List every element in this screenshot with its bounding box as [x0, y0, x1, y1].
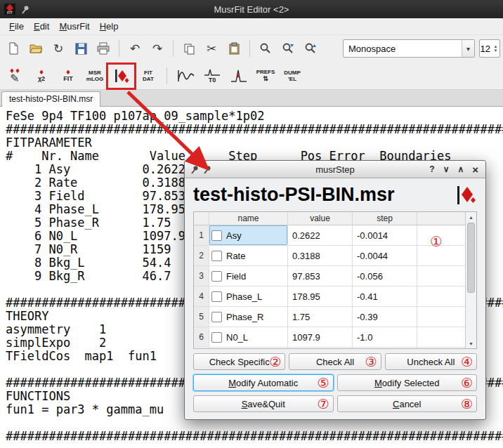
- scroll-up-icon[interactable]: ▲: [466, 212, 476, 222]
- font-size-spinbox[interactable]: 12 ▲▼: [479, 39, 500, 58]
- cut-icon: ✂: [207, 43, 216, 55]
- row-number-cell[interactable]: 6: [194, 327, 209, 347]
- modify-selected-button[interactable]: Modify Selected ⑥: [337, 374, 478, 391]
- row-number-cell[interactable]: 4: [194, 286, 209, 306]
- toolbar-separator: [173, 40, 174, 57]
- checkbox[interactable]: [211, 312, 222, 322]
- table-row[interactable]: 6N0_L1097.9-1.0: [194, 327, 465, 348]
- help-button[interactable]: ?: [429, 165, 434, 173]
- find-prev-icon: [304, 42, 317, 55]
- close-icon[interactable]: ×: [472, 164, 478, 175]
- open-folder-icon: [29, 41, 43, 55]
- annotation-circle-3: ③: [365, 355, 377, 369]
- search-button[interactable]: [255, 38, 276, 59]
- param-value-cell[interactable]: 0.3188: [288, 246, 353, 265]
- table-row[interactable]: 3Field97.853-0.056: [194, 266, 465, 286]
- param-name-cell[interactable]: Field: [209, 266, 288, 286]
- checkbox[interactable]: [211, 332, 222, 343]
- param-name-cell[interactable]: N0_L: [209, 327, 288, 347]
- param-value-cell[interactable]: 0.2622: [288, 225, 353, 245]
- spin-down-icon[interactable]: ▼: [494, 48, 498, 53]
- window-titlebar[interactable]: FIT MusrFit Editor <2>: [0, 0, 503, 18]
- check-specific-button[interactable]: Check Specific ②: [193, 353, 285, 370]
- uncheck-all-button[interactable]: Uncheck All ④: [385, 353, 477, 370]
- param-step-cell[interactable]: -0.39: [353, 307, 417, 327]
- checkbox[interactable]: [211, 291, 222, 302]
- tab-msr-file[interactable]: test-histo-PSI-BIN.msr: [1, 91, 100, 107]
- reload-button[interactable]: ↻: [48, 38, 69, 59]
- undo-button[interactable]: ↶: [124, 38, 145, 59]
- header-value[interactable]: value: [288, 212, 353, 225]
- dialog-titlebar[interactable]: musrStep ? ∨ ∧ ×: [185, 161, 485, 178]
- table-row[interactable]: 1Asy0.2622-0.0014: [194, 225, 465, 246]
- save-button[interactable]: [70, 38, 91, 59]
- menu-help[interactable]: Help: [95, 19, 124, 34]
- fit-button[interactable]: ♦ FIT: [56, 63, 80, 88]
- prefs-button[interactable]: PREFS ⇅: [254, 63, 277, 88]
- musrt0-button[interactable]: T0: [200, 63, 224, 88]
- msr2data-button[interactable]: FIT DAT: [136, 63, 160, 88]
- row-number-cell[interactable]: 1: [194, 225, 209, 245]
- modify-automatic-button[interactable]: Modify Automatic ⑤: [193, 374, 334, 391]
- save-icon: [74, 42, 88, 55]
- param-name-cell[interactable]: Rate: [209, 246, 288, 265]
- param-value-cell[interactable]: 178.95: [288, 286, 353, 306]
- pin-icon[interactable]: [202, 165, 211, 174]
- pin-icon[interactable]: [20, 5, 30, 14]
- spin-arrows[interactable]: ▲▼: [492, 44, 499, 53]
- new-file-button[interactable]: [3, 38, 24, 59]
- header-step[interactable]: step: [353, 212, 417, 225]
- check-all-button[interactable]: Check All ③: [289, 353, 381, 370]
- musrview-t0-button[interactable]: [227, 63, 251, 88]
- table-scrollbar[interactable]: ▲ ▼: [465, 212, 476, 348]
- param-name-cell[interactable]: Phase_L: [209, 286, 288, 306]
- musrstep-button[interactable]: [110, 63, 133, 88]
- table-row[interactable]: 4Phase_L178.95-0.41: [194, 286, 465, 307]
- header-name[interactable]: name: [209, 212, 288, 225]
- paste-button[interactable]: [223, 38, 244, 59]
- row-number-cell[interactable]: 2: [194, 246, 209, 265]
- row-number-cell[interactable]: 3: [194, 266, 209, 286]
- checkbox[interactable]: [211, 251, 222, 261]
- table-row[interactable]: 2Rate0.3188-0.0044: [194, 246, 465, 266]
- musrview-button[interactable]: [174, 63, 197, 88]
- param-value-cell[interactable]: 1.75: [288, 307, 353, 327]
- msr-editor-button[interactable]: ♦♦ ✎: [3, 63, 27, 88]
- cut-button[interactable]: ✂: [201, 38, 222, 59]
- param-step-cell[interactable]: -0.41: [353, 286, 417, 306]
- row-number-cell[interactable]: 5: [194, 307, 209, 327]
- menu-file[interactable]: File: [4, 19, 29, 34]
- menu-edit[interactable]: Edit: [29, 19, 54, 34]
- chevron-down-icon[interactable]: ▾: [462, 40, 474, 57]
- find-next-button[interactable]: [277, 38, 299, 59]
- menu-musrfit[interactable]: MusrFit: [54, 19, 94, 34]
- copy-button[interactable]: [178, 38, 200, 59]
- save-quit-button[interactable]: Save&Quit ⑦: [193, 395, 334, 412]
- param-step-cell[interactable]: -0.0044: [353, 246, 417, 265]
- chisq-button[interactable]: ♦ χ2: [30, 63, 53, 88]
- scroll-down-icon[interactable]: ▼: [466, 338, 476, 348]
- msr2mlog-button[interactable]: MSR mLOG: [83, 63, 107, 88]
- print-button[interactable]: [93, 38, 114, 59]
- shade-up-icon[interactable]: ∧: [457, 165, 464, 173]
- shade-down-icon[interactable]: ∨: [443, 165, 450, 173]
- param-value-cell[interactable]: 1097.9: [288, 327, 353, 347]
- redo-button[interactable]: ↷: [147, 38, 168, 59]
- checkbox[interactable]: [211, 271, 222, 282]
- param-name-cell[interactable]: Phase_R: [209, 307, 288, 327]
- param-step-cell[interactable]: -1.0: [353, 327, 417, 347]
- find-prev-button[interactable]: [300, 38, 321, 59]
- open-file-button[interactable]: [25, 38, 46, 59]
- table-row[interactable]: 5Phase_R1.75-0.39: [194, 307, 465, 327]
- dump-button[interactable]: DUMP 'EL: [280, 63, 304, 88]
- cancel-button[interactable]: Cancel ⑧: [337, 395, 478, 412]
- font-family-combobox[interactable]: Monospace ▾: [343, 39, 475, 58]
- pin-icon[interactable]: [190, 165, 199, 174]
- toolbar-separator: [119, 40, 119, 57]
- scrollbar-thumb[interactable]: [467, 223, 475, 293]
- param-step-cell[interactable]: -0.056: [353, 266, 417, 286]
- checkbox[interactable]: [211, 230, 222, 241]
- param-value-cell[interactable]: 97.853: [288, 266, 353, 286]
- param-name-cell[interactable]: Asy: [209, 225, 288, 245]
- param-step-cell[interactable]: -0.0014: [353, 225, 417, 245]
